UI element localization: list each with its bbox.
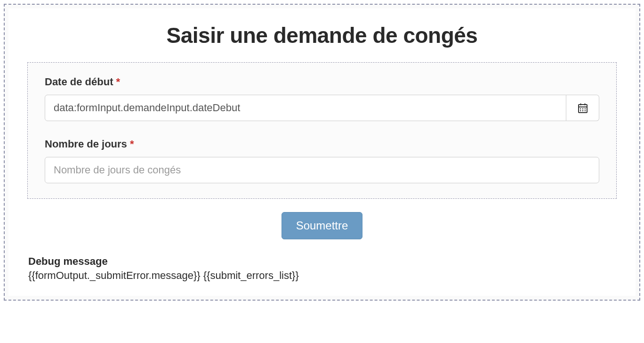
svg-rect-5 bbox=[582, 108, 583, 109]
required-asterisk: * bbox=[130, 138, 134, 150]
svg-rect-8 bbox=[582, 110, 583, 111]
nombre-jours-input-row bbox=[45, 157, 599, 183]
page-title: Saisir une demande de congés bbox=[27, 23, 617, 48]
date-debut-label-text: Date de début bbox=[45, 76, 113, 88]
submit-button[interactable]: Soumettre bbox=[282, 212, 363, 239]
form-card: Saisir une demande de congés Date de déb… bbox=[8, 8, 636, 296]
field-date-debut: Date de début * bbox=[45, 76, 599, 121]
submit-row: Soumettre bbox=[27, 212, 617, 239]
calendar-icon bbox=[577, 102, 588, 114]
field-nombre-jours: Nombre de jours * bbox=[45, 138, 599, 183]
debug-label: Debug message bbox=[28, 255, 616, 268]
date-debut-input[interactable] bbox=[45, 95, 566, 121]
date-debut-label: Date de début * bbox=[45, 76, 599, 88]
nombre-jours-label: Nombre de jours * bbox=[45, 138, 599, 150]
debug-section: Debug message {{formOutput._submitError.… bbox=[27, 255, 617, 282]
nombre-jours-label-text: Nombre de jours bbox=[45, 138, 127, 150]
svg-rect-7 bbox=[580, 110, 581, 111]
outer-container: Saisir une demande de congés Date de déb… bbox=[4, 4, 640, 301]
svg-rect-6 bbox=[584, 108, 585, 109]
date-debut-calendar-button[interactable] bbox=[566, 95, 599, 121]
nombre-jours-input[interactable] bbox=[45, 157, 599, 183]
required-asterisk: * bbox=[116, 76, 121, 88]
debug-body: {{formOutput._submitError.message}} {{su… bbox=[28, 270, 616, 282]
svg-rect-4 bbox=[580, 108, 581, 109]
svg-rect-9 bbox=[584, 110, 585, 111]
form-section: Date de début * bbox=[27, 62, 617, 199]
date-debut-input-row bbox=[45, 95, 599, 121]
